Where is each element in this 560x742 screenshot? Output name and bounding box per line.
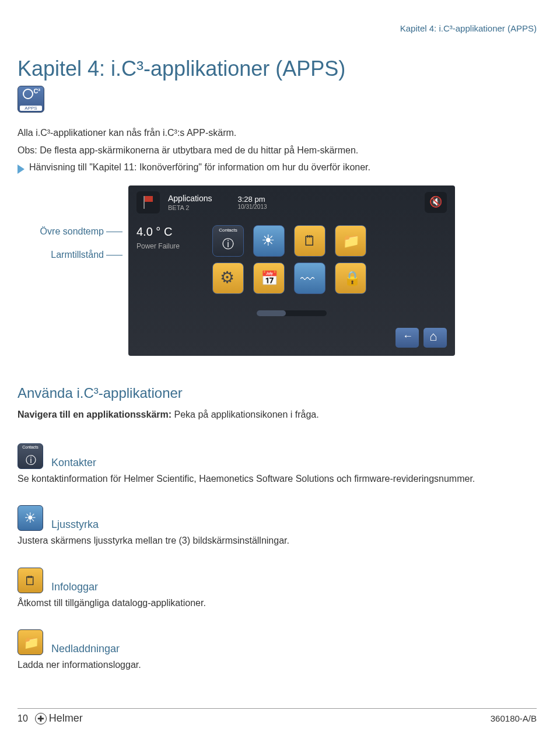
- power-failure-label: Power Failure: [136, 242, 201, 250]
- mute-icon[interactable]: [425, 192, 447, 213]
- app-icon-grid: [212, 225, 447, 300]
- callout-alarm-state: Larmtillstånd: [18, 250, 123, 260]
- contacts-title: Kontakter: [51, 457, 96, 469]
- device-screen: Applications BETA 2 3:28 pm 10/31/2013 4…: [128, 186, 455, 356]
- clock-time: 3:28 pm: [238, 195, 267, 204]
- beta-label: BETA 2: [168, 204, 212, 211]
- infolog-app-icon[interactable]: [294, 225, 326, 257]
- downloads-app-icon[interactable]: [335, 225, 366, 257]
- page-number: 10: [18, 713, 28, 724]
- clock-date: 10/31/2013: [238, 204, 267, 210]
- back-button[interactable]: [396, 328, 419, 348]
- section-infologs: Infologgar Åtkomst till tillgängliga dat…: [18, 568, 537, 610]
- settings-app-icon[interactable]: [212, 262, 244, 294]
- contacts-body: Se kontaktinformation för Helmer Scienti…: [18, 473, 537, 485]
- contacts-icon: [18, 443, 43, 469]
- calendar-app-icon[interactable]: [253, 262, 285, 294]
- flag-icon[interactable]: [136, 191, 160, 214]
- page-footer: 10 Helmer 360180-A/B: [18, 708, 537, 724]
- apps-badge-label: APPS: [20, 106, 42, 111]
- document-number: 360180-A/B: [491, 713, 537, 723]
- section-heading-use-apps: Använda i.C³-applikationer: [18, 385, 537, 401]
- chapter-title: Kapitel 4: i.C³-applikationer (APPS): [18, 57, 537, 81]
- downloads-title: Nedladdningar: [51, 643, 120, 655]
- infologs-body: Åtkomst till tillgängliga datalogg-appli…: [18, 597, 537, 610]
- infologs-title: Infologgar: [51, 581, 98, 593]
- reference-note-text: Hänvisning till "Kapitel 11: Ikonöverför…: [29, 162, 370, 173]
- reference-note: Hänvisning till "Kapitel 11: Ikonöverför…: [18, 162, 537, 174]
- home-button[interactable]: [424, 328, 447, 348]
- section-brightness: Ljusstyrka Justera skärmens ljusstyrka m…: [18, 505, 537, 547]
- helmer-logo: Helmer: [35, 712, 83, 724]
- brightness-app-icon[interactable]: [253, 225, 285, 257]
- downloads-body: Ladda ner informationsloggar.: [18, 659, 537, 671]
- navigate-instruction: Navigera till en applikationsskärm: Peka…: [18, 410, 537, 420]
- callout-labels: Övre sondtemp Larmtillstånd: [18, 186, 123, 273]
- brightness-icon: [18, 505, 43, 531]
- lock-app-icon[interactable]: [335, 262, 366, 294]
- scroll-indicator[interactable]: [257, 310, 327, 316]
- screenshot-figure: Övre sondtemp Larmtillstånd Applications…: [18, 186, 537, 356]
- intro-paragraph-2: Obs: De flesta app-skärmikonerna är utby…: [18, 144, 537, 157]
- intro-paragraph-1: Alla i.C³-applikationer kan nås från i.C…: [18, 127, 537, 139]
- section-downloads: Nedladdningar Ladda ner informationslogg…: [18, 629, 537, 671]
- graph-app-icon[interactable]: [294, 262, 326, 294]
- brightness-body: Justera skärmens ljusstyrka mellan tre (…: [18, 534, 537, 547]
- infolog-icon: [18, 568, 43, 593]
- section-contacts: Kontakter Se kontaktinformation för Helm…: [18, 443, 537, 485]
- running-header: Kapitel 4: i.C³-applikationer (APPS): [18, 23, 537, 33]
- contacts-app-icon[interactable]: [212, 225, 244, 257]
- apps-badge-icon: APPS: [18, 86, 44, 113]
- callout-upper-probe-temp: Övre sondtemp: [18, 226, 123, 237]
- arrow-right-icon: [18, 164, 24, 174]
- temperature-value: 4.0 ° C: [136, 225, 201, 239]
- brightness-title: Ljusstyrka: [51, 519, 99, 531]
- screen-title: Applications: [168, 194, 212, 203]
- downloads-icon: [18, 629, 43, 655]
